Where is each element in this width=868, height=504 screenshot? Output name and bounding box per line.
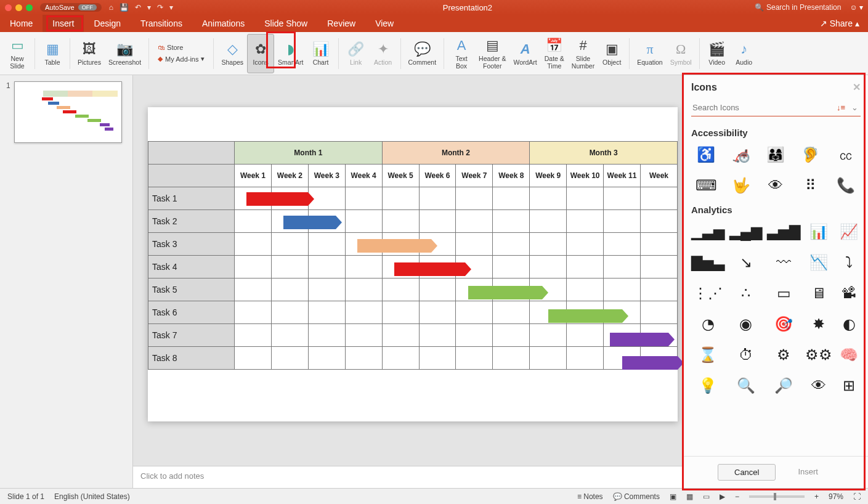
status-language[interactable]: English (United States) (54, 492, 130, 501)
tab-insert[interactable]: Insert (43, 15, 84, 32)
scatter-2-icon[interactable]: ∴ (729, 280, 762, 306)
gears-icon[interactable]: ⚙⚙ (805, 342, 832, 368)
hourglass-icon[interactable]: ⌛ (691, 342, 724, 368)
addins-button[interactable]: ◆My Add-ins▾ (158, 55, 205, 63)
tab-slideshow[interactable]: Slide Show (254, 15, 317, 32)
tab-transitions[interactable]: Transitions (131, 15, 192, 32)
video-button[interactable]: 🎬Video (704, 34, 731, 73)
quick-access-toolbar[interactable]: ⌂💾↶▾↷▾ (109, 3, 173, 12)
tab-animations[interactable]: Animations (192, 15, 254, 32)
table-button[interactable]: ▦Table (39, 34, 66, 73)
screenshot-button[interactable]: 📷Screenshot (105, 34, 145, 73)
magnifier-icon[interactable]: 🔍 (729, 373, 762, 399)
fit-icon[interactable]: ⛶ (853, 492, 861, 501)
symbol-button[interactable]: ΩSymbol (667, 34, 696, 73)
textbox-button[interactable]: AText Box (448, 34, 475, 73)
scatter-icon[interactable]: ⋮⋰ (691, 280, 724, 306)
wheelchair-icon[interactable]: ♿ (691, 142, 721, 168)
accessible-forward-icon[interactable]: 🦽 (726, 142, 756, 168)
keyboard-icon[interactable]: ⌨ (691, 173, 721, 198)
venn-icon[interactable]: ◉ (729, 311, 762, 337)
closed-caption-icon[interactable]: ㏄ (830, 142, 861, 168)
shapes-button[interactable]: ◇Shapes (217, 34, 247, 73)
bar-chart-2-icon[interactable]: ▂▄▆ (729, 219, 762, 245)
notes-pane[interactable]: Click to add notes (133, 466, 683, 488)
icons-button[interactable]: ✿Icons (247, 34, 274, 73)
store-button[interactable]: 🛍Store (158, 44, 205, 51)
sort-icon[interactable]: ↓≡ (833, 103, 849, 112)
head-gear-icon[interactable]: 🧠 (837, 342, 861, 368)
link-button[interactable]: 🔗Link (343, 34, 370, 73)
tab-home[interactable]: Home (0, 15, 43, 32)
radar-icon[interactable]: ✸ (805, 311, 832, 337)
table-icon: ▦ (46, 41, 59, 58)
icons-search-input[interactable] (691, 99, 833, 116)
wordart-button[interactable]: AWordArt (509, 34, 540, 73)
comment-button[interactable]: 💬Comment (405, 34, 440, 73)
view-sorter-icon[interactable]: ▦ (686, 492, 693, 501)
tty-icon[interactable]: 📞 (830, 173, 861, 198)
flowchart-icon[interactable]: ⊞ (837, 373, 861, 399)
tab-design[interactable]: Design (84, 15, 131, 32)
magnifier-chart-icon[interactable]: 🔎 (767, 373, 800, 399)
zoom-slider[interactable] (749, 495, 805, 498)
pictures-button[interactable]: 🖼Pictures (74, 34, 105, 73)
status-comments[interactable]: 💬 Comments (613, 492, 660, 501)
bar-chart-icon[interactable]: ▁▃▅ (691, 219, 724, 245)
slide-canvas-area[interactable]: Month 1 Month 2 Month 3 Week 1Week 2Week… (133, 75, 683, 488)
zoom-in-icon[interactable]: + (814, 492, 819, 501)
smartart-button[interactable]: ◗SmartArt (274, 34, 307, 73)
slidenumber-button[interactable]: #Slide Number (568, 34, 598, 73)
eye-icon[interactable]: 👁 (805, 373, 832, 399)
chevron-down-icon[interactable]: ⌄ (849, 103, 861, 112)
tab-review[interactable]: Review (317, 15, 365, 32)
low-vision-icon[interactable]: 👁 (761, 173, 791, 198)
tab-view[interactable]: View (365, 15, 404, 32)
search-presentation[interactable]: 🔍Search in Presentation (755, 3, 841, 12)
bar-chart-down-icon[interactable]: ▇▅▃ (691, 250, 724, 275)
deaf-icon[interactable]: 🦻 (796, 142, 826, 168)
sign-language-icon[interactable]: 🤟 (726, 173, 756, 198)
headerfooter-button[interactable]: ▤Header & Footer (475, 34, 509, 73)
view-reading-icon[interactable]: ▭ (703, 492, 710, 501)
autosave-toggle[interactable]: AutoSaveOFF (40, 3, 102, 12)
close-panel-icon[interactable]: ✕ (853, 81, 861, 93)
line-chart-icon[interactable]: 〰 (767, 250, 800, 275)
line-down-icon[interactable]: ↘ (729, 250, 762, 275)
family-accessible-icon[interactable]: 👨‍👩‍👧 (761, 142, 791, 168)
zoom-out-icon[interactable]: − (735, 492, 739, 501)
slide-thumbnail-1[interactable] (14, 81, 122, 143)
zoom-level[interactable]: 97% (829, 492, 843, 501)
audio-button[interactable]: ♪Audio (731, 34, 758, 73)
object-button[interactable]: ▣Object (598, 34, 625, 73)
view-slideshow-icon[interactable]: ▶ (720, 492, 725, 501)
gear-icon[interactable]: ⚙ (767, 342, 800, 368)
braille-icon[interactable]: ⠿ (796, 173, 826, 198)
equation-button[interactable]: πEquation (633, 34, 666, 73)
presentation-icon[interactable]: ▭ (767, 280, 800, 306)
slide-canvas[interactable]: Month 1 Month 2 Month 3 Week 1Week 2Week… (148, 107, 678, 421)
bulb-icon[interactable]: 💡 (691, 373, 724, 399)
datetime-button[interactable]: 📅Date & Time (541, 34, 568, 73)
view-normal-icon[interactable]: ▣ (670, 492, 676, 501)
pie-icon[interactable]: ◔ (691, 311, 724, 337)
line-chart-2-icon[interactable]: 📉 (805, 250, 832, 275)
gauge-icon[interactable]: ◐ (837, 311, 861, 337)
stopwatch-icon[interactable]: ⏱ (729, 342, 762, 368)
target-icon[interactable]: 🎯 (767, 311, 800, 337)
cancel-button[interactable]: Cancel (718, 464, 776, 481)
window-controls[interactable] (5, 4, 33, 11)
trend-down-icon[interactable]: ⤵ (837, 250, 861, 275)
status-notes[interactable]: ≡ Notes (577, 492, 603, 501)
presentation-2-icon[interactable]: 🖥 (805, 280, 832, 306)
bar-chart-arrow-icon[interactable]: 📈 (837, 219, 861, 245)
insert-icon-button[interactable]: Insert (782, 464, 834, 481)
chart-button[interactable]: 📊Chart (307, 34, 335, 73)
bar-chart-3-icon[interactable]: ▃▅▇ (767, 219, 800, 245)
share-button[interactable]: ↗Share▴ (811, 15, 868, 32)
new-slide-button[interactable]: ▭New Slide (4, 34, 31, 73)
bar-chart-up-icon[interactable]: 📊 (805, 219, 832, 245)
action-button[interactable]: ✦Action (370, 34, 397, 73)
account-icon[interactable]: ☺ ▾ (850, 3, 863, 12)
presentation-3-icon[interactable]: 📽 (837, 280, 861, 306)
